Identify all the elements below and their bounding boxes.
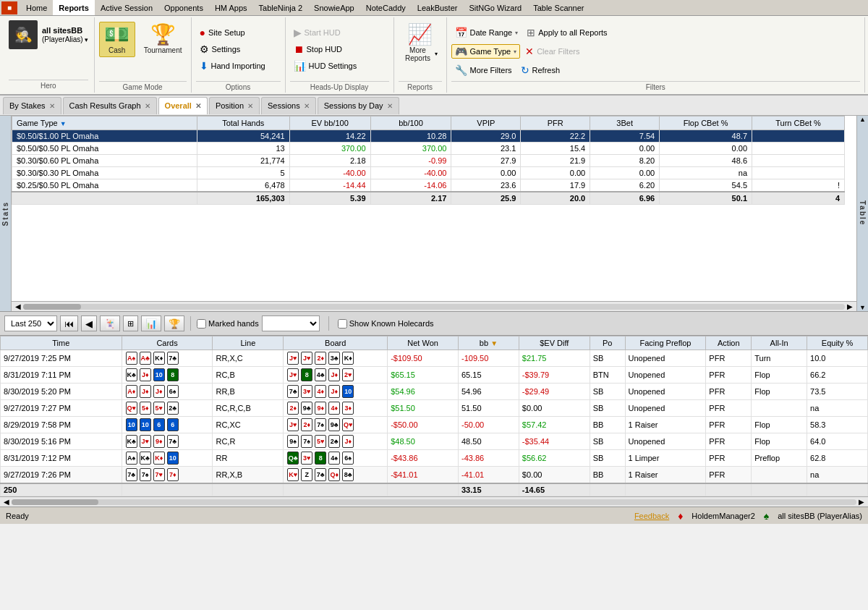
menu-home[interactable]: Home [20, 0, 53, 15]
hh-scroll-track[interactable] [12, 499, 856, 505]
marked-hands-label[interactable]: Marked hands [197, 319, 259, 329]
menu-hm-apps[interactable]: HM Apps [209, 0, 253, 15]
start-hud-button[interactable]: ▶ Start HUD [290, 25, 361, 41]
hh-row-5[interactable]: 8/29/2019 7:58 PM 10 10 6 6 RC,XC J♥ 2♦ … [1, 417, 868, 433]
stop-hud-button[interactable]: ⏹ Stop HUD [290, 41, 361, 57]
hh-scroll-left[interactable]: ◀ [1, 498, 12, 506]
tab-overall-close[interactable]: ✕ [195, 102, 201, 110]
tab-cash-graph[interactable]: Cash Results Graph ✕ [63, 97, 157, 114]
scroll-up-btn[interactable]: ▲ [859, 116, 866, 123]
menu-snowie[interactable]: SnowieApp [308, 0, 360, 15]
hh-scroll-thumb[interactable] [12, 499, 98, 505]
menu-opponents[interactable]: Opponents [158, 0, 209, 15]
hh-col-facing[interactable]: Facing Preflop [625, 336, 706, 350]
hh-row-2[interactable]: 8/31/2019 7:11 PM K♣ J♦ 10 8 RC,B J♥ 8 4… [1, 367, 868, 384]
last-n-select[interactable]: Last 250 [4, 315, 57, 331]
prev-btn[interactable]: ◀ [81, 315, 97, 331]
hands-filter-select[interactable] [262, 315, 320, 331]
bb-4: 51.50 [459, 400, 519, 417]
scroll-left-btn[interactable]: ◀ [13, 302, 23, 310]
scroll-thumb[interactable] [23, 304, 81, 310]
menu-tablenignja[interactable]: TableNinja 2 [253, 0, 309, 15]
col-3bet[interactable]: 3Bet [590, 117, 660, 130]
skip-to-start-btn[interactable]: ⏮ [60, 315, 78, 331]
cards-5: 10 10 6 6 [122, 417, 213, 433]
tab-by-stakes[interactable]: By Stakes ✕ [3, 97, 61, 114]
site-setup-button[interactable]: ● Site Setup [196, 25, 269, 41]
menu-active-session[interactable]: Active Session [95, 0, 158, 15]
more-reports-button[interactable]: 📈 More Reports ▾ [399, 22, 442, 65]
tab-sessions-by-day-close[interactable]: ✕ [387, 102, 393, 110]
refresh-button[interactable]: ↻ Refresh [517, 62, 564, 78]
hh-col-action[interactable]: Action [706, 336, 752, 350]
hh-col-cards[interactable]: Cards [122, 336, 213, 350]
more-filters-button[interactable]: 🔧 More Filters [451, 62, 516, 78]
tab-sessions-close[interactable]: ✕ [304, 102, 310, 110]
game-type-button[interactable]: 🎮 Game Type ▾ [451, 44, 521, 59]
hh-row-8[interactable]: 9/27/2019 7:26 PM 7♣ 7♠ 7♥ 7♦ RR,X,B K♥ … [1, 467, 868, 484]
marked-hands-checkbox[interactable] [197, 319, 206, 329]
hh-row-3[interactable]: 8/30/2019 5:20 PM A♦ J♦ J♦ 6♠ RR,B 7♣ 3♥… [1, 384, 868, 400]
hh-col-net-won[interactable]: Net Won [388, 336, 459, 350]
date-range-button[interactable]: 📅 Date Range ▾ [451, 25, 522, 41]
tab-position[interactable]: Position ✕ [209, 97, 260, 114]
stats-scrollbar-h[interactable]: ◀ ▶ [12, 301, 856, 311]
hud-settings-button[interactable]: 📊 HUD Settings [290, 58, 361, 74]
hh-col-time[interactable]: Time [1, 336, 122, 350]
settings-button[interactable]: ⚙ Settings [196, 41, 269, 57]
tournament-button[interactable]: 🏆 Tournament [140, 22, 187, 57]
hh-col-bb[interactable]: bb ▼ [459, 336, 519, 350]
col-game-type[interactable]: Game Type ▼ [12, 117, 197, 130]
stats-row-4[interactable]: $0.30/$0.30 PL Omaha 5 -40.00 -40.00 0.0… [12, 167, 845, 179]
menu-table-scanner[interactable]: Table Scanner [527, 0, 590, 15]
stats-row-1[interactable]: $0.50/$1.00 PL Omaha 54,241 14.22 10.28 … [12, 130, 845, 143]
tab-sessions[interactable]: Sessions ✕ [261, 97, 316, 114]
col-ev-bb100[interactable]: EV bb/100 [289, 117, 370, 130]
tab-overall[interactable]: Overall ✕ [158, 97, 208, 114]
tab-by-stakes-close[interactable]: ✕ [49, 102, 55, 110]
scroll-down-btn[interactable]: ▼ [859, 304, 866, 311]
cash-button[interactable]: 💵 Cash [99, 22, 135, 57]
hh-col-line[interactable]: Line [213, 336, 284, 350]
hh-scrollbar-h[interactable]: ◀ ▶ [0, 496, 868, 507]
col-turn-cbet[interactable]: Turn CBet % [752, 117, 845, 130]
hero-alias-dropdown[interactable]: (PlayerAlias) ▾ [42, 35, 88, 43]
col-total-hands[interactable]: Total Hands [197, 117, 289, 130]
chart-btn[interactable]: 📊 [141, 315, 161, 331]
col-bb100[interactable]: bb/100 [370, 117, 451, 130]
scroll-right-btn[interactable]: ▶ [845, 302, 855, 310]
hh-row-1[interactable]: 9/27/2019 7:25 PM A♠ A♣ K♦ 7♣ RR,X,C J♥ … [1, 350, 868, 367]
hh-col-po[interactable]: Po [590, 336, 625, 350]
hh-row-4[interactable]: 9/27/2019 7:27 PM Q♥ 5♦ 5♥ 2♣ RC,R,C,B 2… [1, 400, 868, 417]
apply-to-all-button[interactable]: ⊞ Apply to all Reports [523, 25, 610, 41]
menu-leakbuster[interactable]: LeakBuster [412, 0, 464, 15]
menu-reports[interactable]: Reports [53, 0, 95, 15]
tab-position-close[interactable]: ✕ [247, 102, 253, 110]
hh-scroll-right[interactable]: ▶ [856, 498, 867, 506]
col-vpip[interactable]: VPIP [451, 117, 521, 130]
feedback-link[interactable]: Feedback [634, 512, 669, 520]
hand-importing-button[interactable]: ⬇ Hand Importing [196, 58, 269, 74]
col-pfr[interactable]: PFR [521, 117, 590, 130]
clear-filters-button[interactable]: ✕ Clear Filters [522, 43, 583, 59]
grid-btn[interactable]: ⊞ [123, 315, 138, 331]
hh-col-sev-diff[interactable]: $EV Diff [519, 336, 590, 350]
trophy-btn[interactable]: 🏆 [164, 315, 184, 331]
show-holecards-checkbox[interactable] [338, 319, 347, 329]
cards-btn[interactable]: 🃏 [100, 315, 120, 331]
hh-row-7[interactable]: 8/31/2019 7:12 PM A♠ K♣ K♦ 10 RR Q♣ 3♥ 8 [1, 450, 868, 467]
scroll-track[interactable] [23, 304, 845, 310]
hh-col-allin[interactable]: All-In [752, 336, 807, 350]
stats-row-2[interactable]: $0.50/$0.50 PL Omaha 13 370.00 370.00 23… [12, 143, 845, 155]
hh-col-board[interactable]: Board [284, 336, 388, 350]
stats-row-5[interactable]: $0.25/$0.50 PL Omaha 6,478 -14.44 -14.06… [12, 179, 845, 192]
tab-sessions-by-day[interactable]: Sessions by Day ✕ [318, 97, 399, 114]
menu-sitngo[interactable]: SitNGo Wizard [463, 0, 527, 15]
hh-col-equity[interactable]: Equity % [807, 336, 868, 350]
tab-cash-graph-close[interactable]: ✕ [145, 102, 150, 110]
hh-row-6[interactable]: 8/30/2019 5:16 PM K♣ J♥ 9♦ 7♣ RC,R 9♠ 7♠… [1, 433, 868, 450]
menu-notecaddy[interactable]: NoteCaddy [360, 0, 412, 15]
show-holecards-label[interactable]: Show Known Holecards [338, 319, 434, 329]
stats-row-3[interactable]: $0.30/$0.60 PL Omaha 21,774 2.18 -0.99 2… [12, 155, 845, 167]
col-flop-cbet[interactable]: Flop CBet % [660, 117, 752, 130]
